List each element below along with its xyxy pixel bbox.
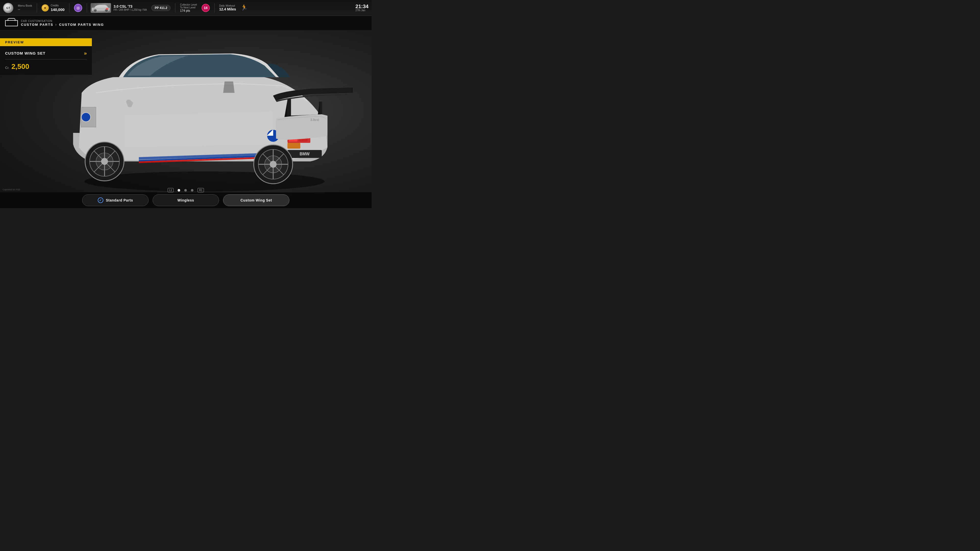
time-section: 21:34 27th Jan: [355, 4, 369, 12]
divider-3: [175, 3, 175, 13]
svg-text:BMW: BMW: [300, 152, 310, 156]
menu-book-value: --: [18, 7, 32, 11]
credits-section: ◉ Credits 140,000: [41, 4, 65, 12]
svg-point-22: [101, 158, 108, 165]
car-specs: FR / 205 BHP / 1,250 kg / NA: [114, 8, 147, 11]
main-scene: BMW: [0, 30, 372, 208]
level-badge: 14: [202, 4, 210, 12]
breadcrumb-arrow: ›: [56, 22, 57, 27]
price-label: Cr.: [5, 66, 10, 70]
custom-wing-set-button[interactable]: Custom Wing Set: [223, 194, 290, 206]
svg-text:3.0csi: 3.0csi: [310, 118, 319, 122]
collector-level-label: Collector Level: [180, 3, 197, 6]
wingless-label: Wingless: [177, 198, 194, 202]
car-info: 3.0 CSL '73 FR / 205 BHP / 1,250 kg / NA: [114, 4, 147, 11]
collector-pts: 174 pts: [180, 9, 197, 13]
svg-point-33: [81, 113, 91, 122]
breadcrumb-bar: CAR CUSTOMISATION CUSTOM PARTS › CUSTOM …: [0, 16, 372, 30]
credits-label: Credits: [51, 4, 65, 7]
credits-amount: 140,000: [51, 7, 65, 12]
svg-rect-5: [106, 8, 108, 10]
topbar: GT Menu Book -- ◉ Credits 140,000 ◎ 3.0: [0, 0, 372, 16]
breadcrumb-sub: CAR CUSTOMISATION: [21, 20, 104, 22]
breadcrumb-section: CAR CUSTOMISATION CUSTOM PARTS › CUSTOM …: [21, 20, 104, 27]
collector-next-label: To Next Level: [180, 6, 197, 9]
dot-2[interactable]: [184, 189, 187, 192]
car-icon-small: [5, 20, 18, 26]
r1-button[interactable]: R1: [197, 188, 204, 192]
custom-wing-set-label: Custom Wing Set: [240, 198, 272, 202]
chevron-double-icon: »: [84, 50, 87, 56]
preview-content: CUSTOM WING SET » Cr. 2,500: [0, 46, 92, 75]
standard-parts-button[interactable]: ✓ Standard Parts: [82, 194, 148, 206]
menu-book-label: Menu Book: [18, 4, 32, 7]
captured-text: Captured on PS5: [3, 188, 20, 191]
pp-badge: PP 411.2: [151, 5, 170, 11]
network-icon: ◎: [74, 4, 82, 12]
svg-rect-10: [287, 143, 300, 148]
collector-section: Collector Level To Next Level 174 pts: [180, 3, 197, 13]
check-icon: ✓: [98, 197, 103, 203]
credits-col: Credits 140,000: [51, 4, 65, 12]
wingless-button[interactable]: Wingless: [153, 194, 219, 206]
gt-logo: GT: [3, 3, 13, 13]
workout-section: Daily Workout 12.4 Miles: [219, 4, 236, 11]
svg-point-30: [270, 161, 277, 168]
price-row: Cr. 2,500: [5, 62, 87, 71]
run-icon: 🏃: [241, 4, 248, 11]
breadcrumb-main: CUSTOM PARTS › CUSTOM PARTS WING: [21, 22, 104, 27]
l1-button[interactable]: L1: [168, 188, 173, 192]
wing-set-row: CUSTOM WING SET »: [5, 50, 87, 59]
breadcrumb-parts: CUSTOM PARTS: [21, 23, 53, 27]
menu-book-section: Menu Book --: [18, 4, 32, 11]
dot-3[interactable]: [191, 189, 193, 192]
car-thumbnail: [91, 3, 111, 13]
preview-banner: PREVIEW: [0, 38, 92, 46]
preview-panel: PREVIEW CUSTOM WING SET » Cr. 2,500: [0, 38, 92, 75]
bottom-buttons: ✓ Standard Parts Wingless Custom Wing Se…: [0, 192, 372, 208]
svg-rect-4: [93, 8, 95, 10]
car-section: 3.0 CSL '73 FR / 205 BHP / 1,250 kg / NA: [87, 3, 147, 13]
standard-parts-label: Standard Parts: [106, 198, 133, 202]
price-value: 2,500: [11, 62, 29, 71]
workout-miles: 12.4 Miles: [219, 7, 236, 11]
time-value: 21:34: [355, 4, 369, 9]
workout-label: Daily Workout: [219, 4, 236, 7]
car-name: 3.0 CSL '73: [114, 4, 147, 8]
credits-icon: ◉: [41, 4, 49, 11]
dot-1[interactable]: [178, 189, 180, 192]
wing-set-title: CUSTOM WING SET: [5, 51, 45, 56]
breadcrumb-wing: CUSTOM PARTS WING: [59, 23, 104, 27]
dots-row: L1 R1: [168, 188, 204, 192]
time-date: 27th Jan: [355, 9, 369, 12]
